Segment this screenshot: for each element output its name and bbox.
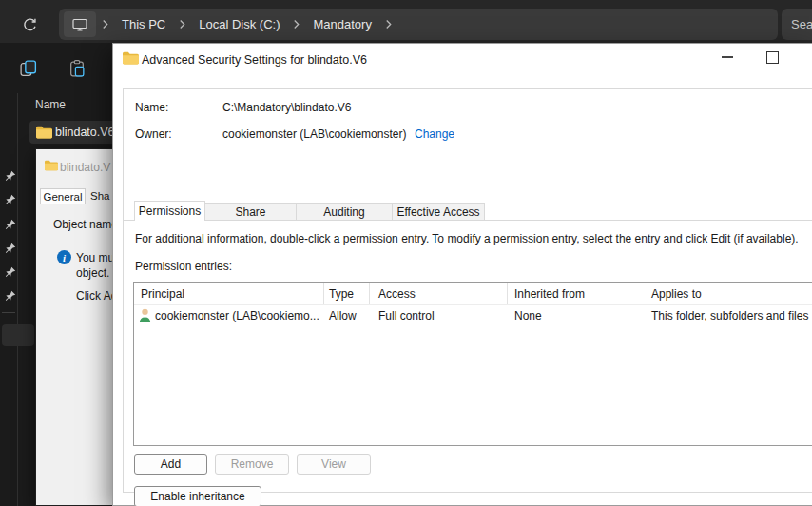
info-text-line3: Click Ad bbox=[76, 289, 117, 302]
pin-icon bbox=[5, 219, 16, 230]
add-button[interactable]: Add bbox=[134, 454, 207, 475]
remove-button[interactable]: Remove bbox=[215, 454, 289, 475]
chevron-right-icon bbox=[96, 19, 114, 29]
column-header-name[interactable]: Name bbox=[35, 98, 66, 111]
object-name-label: Object name bbox=[53, 218, 118, 231]
pin-icon bbox=[5, 194, 16, 205]
instruction-text: For additional information, double-click… bbox=[135, 232, 799, 245]
minimize-button[interactable] bbox=[722, 56, 733, 58]
chevron-right-icon bbox=[173, 19, 191, 29]
breadcrumb-mandatory[interactable]: Mandatory bbox=[305, 17, 378, 31]
monitor-icon bbox=[72, 18, 87, 31]
pin-icon bbox=[5, 170, 16, 182]
name-value: C:\Mandatory\blindato.V6 bbox=[222, 101, 351, 114]
folder-icon bbox=[36, 126, 52, 139]
folder-icon bbox=[123, 51, 139, 65]
info-text-line2: object. bbox=[76, 266, 109, 280]
tab-sharing[interactable]: Sha bbox=[90, 190, 109, 202]
copy-icon bbox=[19, 59, 38, 78]
file-name: blindato.V6 bbox=[55, 126, 115, 139]
paste-icon bbox=[68, 59, 87, 78]
breadcrumb-this-pc[interactable]: This PC bbox=[114, 17, 173, 31]
column-separator[interactable] bbox=[648, 283, 648, 304]
advanced-security-dialog: Advanced Security Settings for blindato.… bbox=[112, 43, 812, 506]
col-principal[interactable]: Principal bbox=[141, 287, 184, 301]
copy-button[interactable] bbox=[19, 59, 38, 78]
chevron-right-icon bbox=[287, 19, 305, 29]
column-separator[interactable] bbox=[323, 283, 324, 304]
dialog-title: Advanced Security Settings for blindato.… bbox=[142, 53, 367, 67]
refresh-button[interactable] bbox=[19, 14, 40, 35]
maximize-button[interactable] bbox=[766, 51, 779, 64]
tab-permissions[interactable]: Permissions bbox=[134, 201, 205, 221]
sidebar-divider bbox=[2, 312, 15, 313]
name-label: Name: bbox=[135, 101, 168, 114]
search-input[interactable]: Sea bbox=[782, 9, 812, 40]
view-button[interactable]: View bbox=[297, 454, 371, 475]
column-separator[interactable] bbox=[507, 283, 508, 304]
header-divider bbox=[134, 304, 812, 305]
tab-effective-access[interactable]: Effective Access bbox=[392, 203, 485, 221]
paste-button[interactable] bbox=[68, 59, 87, 78]
chevron-right-icon bbox=[379, 19, 397, 29]
cell-inherited-from: None bbox=[514, 309, 542, 322]
owner-label: Owner: bbox=[135, 127, 172, 141]
this-pc-icon-segment[interactable] bbox=[64, 11, 96, 37]
cell-applies-to: This folder, subfolders and files bbox=[651, 309, 808, 322]
properties-dialog-title: blindato.V bbox=[60, 161, 110, 174]
pin-icon bbox=[5, 290, 16, 302]
dialog-content-panel: Name: C:\Mandatory\blindato.V6 Owner: co… bbox=[123, 88, 812, 493]
col-type[interactable]: Type bbox=[329, 287, 354, 301]
tab-share[interactable]: Share bbox=[204, 203, 297, 221]
cell-access: Full control bbox=[378, 309, 435, 322]
permission-entries-label: Permission entries: bbox=[135, 260, 232, 273]
col-applies-to[interactable]: Applies to bbox=[651, 287, 702, 301]
info-icon: i bbox=[57, 250, 71, 264]
address-bar[interactable]: This PC Local Disk (C:) Mandatory bbox=[59, 9, 778, 40]
pin-icon bbox=[5, 266, 16, 278]
search-text: Sea bbox=[791, 17, 812, 31]
cell-type: Allow bbox=[329, 309, 357, 322]
pin-icon bbox=[5, 243, 16, 254]
file-row-selected[interactable]: blindato.V6 bbox=[29, 121, 125, 144]
explorer-titlebar: This PC Local Disk (C:) Mandatory Sea bbox=[0, 0, 812, 43]
screen: This PC Local Disk (C:) Mandatory Sea bbox=[0, 0, 812, 506]
col-inherited-from[interactable]: Inherited from bbox=[514, 287, 585, 301]
folder-icon bbox=[45, 160, 58, 171]
sidebar-selected-item[interactable] bbox=[2, 324, 34, 346]
cell-principal: cookiemonster (LAB\cookiemo... bbox=[155, 309, 319, 322]
tab-general[interactable]: General bbox=[40, 188, 86, 204]
refresh-icon bbox=[22, 17, 38, 33]
user-icon bbox=[139, 308, 151, 322]
permission-entries-table[interactable]: Principal Type Access Inherited from App… bbox=[133, 282, 812, 446]
owner-value: cookiemonster (LAB\cookiemonster) bbox=[222, 127, 406, 141]
breadcrumb-local-disk[interactable]: Local Disk (C:) bbox=[191, 17, 287, 31]
enable-inheritance-button[interactable]: Enable inheritance bbox=[134, 486, 261, 506]
change-owner-link[interactable]: Change bbox=[415, 127, 454, 141]
tab-auditing[interactable]: Auditing bbox=[296, 203, 393, 221]
col-access[interactable]: Access bbox=[378, 287, 416, 301]
nav-pane-divider bbox=[17, 93, 18, 506]
column-separator[interactable] bbox=[369, 283, 370, 304]
